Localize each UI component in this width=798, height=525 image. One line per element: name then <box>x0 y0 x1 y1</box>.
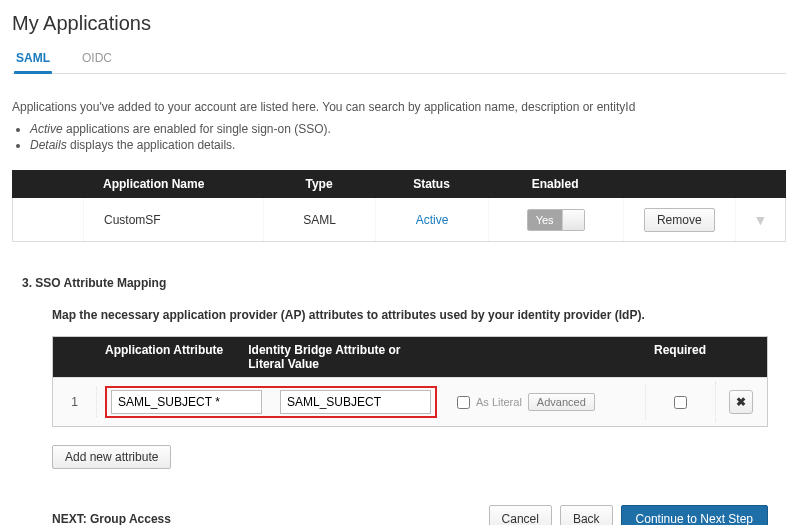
attribute-table: Application Attribute Identity Bridge At… <box>52 336 768 427</box>
col-type: Type <box>263 171 375 197</box>
advanced-button[interactable]: Advanced <box>528 393 595 411</box>
as-literal-label: As Literal <box>476 396 522 408</box>
continue-button[interactable]: Continue to Next Step <box>621 505 768 525</box>
cancel-button[interactable]: Cancel <box>489 505 552 525</box>
add-new-attribute-button[interactable]: Add new attribute <box>52 445 171 469</box>
hint-active: Active applications are enabled for sing… <box>30 122 786 136</box>
next-step-label: NEXT: Group Access <box>52 512 171 525</box>
col-app-attribute: Application Attribute <box>97 337 240 377</box>
col-identity-bridge: Identity Bridge Attribute or Literal Val… <box>240 337 445 377</box>
application-attribute-input[interactable] <box>111 390 262 414</box>
enabled-toggle-label: Yes <box>528 210 562 230</box>
tab-bar: SAML OIDC <box>12 45 786 74</box>
identity-bridge-input[interactable] <box>280 390 431 414</box>
app-name-cell: CustomSF <box>83 198 263 241</box>
tab-saml[interactable]: SAML <box>14 45 52 73</box>
app-type-cell: SAML <box>263 198 375 241</box>
enabled-toggle[interactable]: Yes <box>527 209 585 231</box>
col-enabled: Enabled <box>488 171 623 197</box>
expand-row-icon[interactable]: ▼ <box>754 212 768 228</box>
intro-text: Applications you've added to your accoun… <box>12 100 786 114</box>
attribute-row-index: 1 <box>53 387 97 417</box>
back-button[interactable]: Back <box>560 505 613 525</box>
hint-details: Details displays the application details… <box>30 138 786 152</box>
page-title: My Applications <box>12 12 786 35</box>
col-status: Status <box>375 171 487 197</box>
attribute-table-header: Application Attribute Identity Bridge At… <box>53 337 767 377</box>
attribute-highlight <box>105 386 437 418</box>
app-table-header: Application Name Type Status Enabled <box>12 170 786 198</box>
enabled-toggle-handle <box>562 210 584 230</box>
hint-list: Active applications are enabled for sing… <box>30 122 786 152</box>
col-required: Required <box>645 337 715 377</box>
as-literal-option[interactable]: As Literal <box>453 393 522 412</box>
delete-row-button[interactable]: ✖ <box>729 390 753 414</box>
remove-button[interactable]: Remove <box>644 208 715 232</box>
col-application-name: Application Name <box>83 171 263 197</box>
as-literal-checkbox[interactable] <box>457 396 470 409</box>
tab-oidc[interactable]: OIDC <box>80 45 114 73</box>
required-checkbox[interactable] <box>674 396 687 409</box>
app-table-row: CustomSF SAML Active Yes Remove ▼ <box>12 198 786 242</box>
close-icon: ✖ <box>736 395 746 409</box>
step-subtitle: Map the necessary application provider (… <box>52 308 786 322</box>
attribute-row: 1 As Literal Advanced ✖ <box>53 377 767 426</box>
app-status-link[interactable]: Active <box>416 213 449 227</box>
step-title: 3. SSO Attribute Mapping <box>22 276 786 290</box>
